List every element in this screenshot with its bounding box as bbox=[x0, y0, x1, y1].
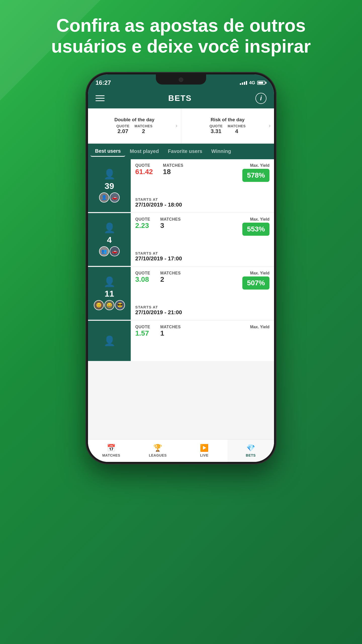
user-row[interactable]: 👤 11 😊 😀 😎 QUOTE bbox=[88, 267, 274, 320]
double-quote-stat: QUOTE 2.07 bbox=[116, 124, 129, 135]
yield-label-1: Max. Yield bbox=[250, 163, 269, 168]
tab-favorite-users[interactable]: Favorite users bbox=[163, 146, 207, 156]
bet-matches-value-2: 3 bbox=[160, 222, 164, 230]
matches-icon: 📅 bbox=[107, 444, 116, 452]
yield-container-3: Max. Yield 507% bbox=[242, 271, 269, 290]
bet-quote-value-3: 3.08 bbox=[135, 275, 149, 284]
menu-button[interactable] bbox=[96, 95, 105, 101]
nav-leagues[interactable]: 🏆 LEAGUES bbox=[134, 439, 181, 462]
bottom-nav: 📅 MATCHES 🏆 LEAGUES ▶️ LIVE 💎 BETS bbox=[88, 439, 274, 462]
nav-live[interactable]: ▶️ LIVE bbox=[181, 439, 228, 462]
avatar-5: 😊 bbox=[94, 300, 104, 310]
yield-label-2: Max. Yield bbox=[250, 217, 269, 222]
tab-most-played[interactable]: Most played bbox=[125, 146, 163, 156]
bet-matches-3: MATCHES 2 bbox=[160, 271, 180, 284]
signal-icon bbox=[240, 81, 247, 85]
app-title: BETS bbox=[168, 94, 192, 103]
bet-quote-1: QUOTE 61.42 bbox=[135, 163, 153, 176]
network-label: 4G bbox=[249, 80, 255, 86]
bets-label: BETS bbox=[246, 453, 256, 457]
bet-quote-4: QUOTE 1.57 bbox=[135, 325, 150, 337]
bet-matches-2: MATCHES 3 bbox=[160, 217, 180, 230]
risk-quote-stat: QUOTE 3.31 bbox=[209, 124, 222, 135]
avatar-4: 🚗 bbox=[110, 246, 120, 256]
status-icons: 4G bbox=[240, 80, 266, 86]
risk-card-stats: QUOTE 3.31 MATCHES 4 bbox=[209, 124, 246, 135]
user-avatars-2: 👥 🚗 bbox=[99, 246, 120, 256]
user-left-1: 👤 39 👤 🚗 bbox=[88, 159, 131, 212]
bet-quote-2: QUOTE 2.23 bbox=[135, 217, 150, 230]
risk-of-day-card[interactable]: Risk of the day QUOTE 3.31 MATCHES 4 › bbox=[181, 108, 274, 143]
phone-mockup: 16:27 4G bbox=[85, 72, 277, 464]
user-left-4: 👤 bbox=[88, 321, 131, 361]
bet-top-row-2: QUOTE 2.23 MATCHES 3 Max. Yield 5 bbox=[135, 217, 269, 236]
bet-quote-3: QUOTE 3.08 bbox=[135, 271, 150, 284]
bet-stats-3: QUOTE 3.08 MATCHES 2 bbox=[135, 271, 181, 284]
user-count-3: 11 bbox=[105, 289, 114, 299]
risk-matches-stat: MATCHES 4 bbox=[228, 124, 246, 135]
bet-matches-1: MATCHES 18 bbox=[163, 163, 183, 176]
info-button[interactable]: i bbox=[255, 93, 266, 104]
tabs-bar: Best users Most played Favorite users Wi… bbox=[88, 144, 274, 159]
yield-label-3: Max. Yield bbox=[250, 271, 269, 275]
bet-matches-4: MATCHES 1 bbox=[160, 325, 180, 337]
starts-section-3: STARTS AT 27/10/2019 - 21:00 bbox=[135, 305, 269, 316]
avatar-1: 👤 bbox=[99, 192, 109, 203]
double-card-title: Double of the day bbox=[114, 117, 154, 123]
risk-arrow-icon: › bbox=[269, 123, 270, 129]
tab-best-users[interactable]: Best users bbox=[90, 146, 125, 157]
nav-bets[interactable]: 💎 BETS bbox=[228, 439, 274, 462]
starts-value-2: 27/10/2019 - 17:00 bbox=[135, 255, 269, 262]
yield-container-2: Max. Yield 553% bbox=[242, 217, 269, 236]
double-quote-label: QUOTE bbox=[116, 124, 129, 128]
user-row[interactable]: 👤 QUOTE 1.57 MATCHES 1 bbox=[88, 321, 274, 361]
starts-label-1: STARTS AT bbox=[135, 197, 269, 202]
bet-stats-1: QUOTE 61.42 MATCHES 18 bbox=[135, 163, 184, 176]
avatar-3: 👥 bbox=[99, 246, 109, 256]
phone-outer: 16:27 4G bbox=[85, 72, 277, 464]
yield-container-4: Max. Yield bbox=[250, 325, 269, 330]
starts-label-3: STARTS AT bbox=[135, 305, 269, 309]
user-right-4: QUOTE 1.57 MATCHES 1 Max. Yield bbox=[131, 321, 274, 361]
user-avatar-icon-1: 👤 bbox=[104, 169, 115, 180]
user-avatars-1: 👤 🚗 bbox=[99, 192, 120, 203]
phone-notch bbox=[156, 74, 206, 85]
starts-value-1: 27/10/2019 - 18:00 bbox=[135, 202, 269, 208]
user-list: 👤 39 👤 🚗 QUOTE 61.42 bbox=[88, 159, 274, 439]
bet-matches-label-2: MATCHES bbox=[160, 217, 180, 222]
double-of-day-card[interactable]: Double of the day QUOTE 2.07 MATCHES 2 › bbox=[88, 108, 181, 143]
double-quote-value: 2.07 bbox=[117, 128, 128, 135]
bet-quote-value-2: 2.23 bbox=[135, 222, 149, 230]
camera-icon bbox=[179, 77, 183, 82]
yield-label-4: Max. Yield bbox=[250, 325, 269, 329]
risk-matches-label: MATCHES bbox=[228, 124, 246, 128]
bet-quote-label-2: QUOTE bbox=[135, 217, 150, 222]
leagues-icon: 🏆 bbox=[153, 444, 162, 452]
matches-label: MATCHES bbox=[102, 453, 120, 457]
leagues-label: LEAGUES bbox=[149, 453, 167, 457]
bet-matches-label-4: MATCHES bbox=[160, 325, 180, 329]
user-row[interactable]: 👤 4 👥 🚗 QUOTE 2.23 bbox=[88, 213, 274, 266]
status-time: 16:27 bbox=[96, 79, 111, 86]
bet-stats-2: QUOTE 2.23 MATCHES 3 bbox=[135, 217, 181, 230]
user-count-2: 4 bbox=[107, 235, 112, 245]
double-matches-label: MATCHES bbox=[134, 124, 153, 128]
tab-winning[interactable]: Winning bbox=[207, 146, 236, 156]
starts-section-2: STARTS AT 27/10/2019 - 17:00 bbox=[135, 251, 269, 262]
bet-matches-value-1: 18 bbox=[163, 168, 171, 176]
bet-top-row-4: QUOTE 1.57 MATCHES 1 Max. Yield bbox=[135, 325, 269, 337]
bet-matches-value-3: 2 bbox=[160, 275, 164, 284]
cards-row: Double of the day QUOTE 2.07 MATCHES 2 › bbox=[88, 108, 274, 144]
avatar-2: 🚗 bbox=[110, 192, 120, 203]
bet-stats-4: QUOTE 1.57 MATCHES 1 bbox=[135, 325, 181, 337]
nav-matches[interactable]: 📅 MATCHES bbox=[88, 439, 134, 462]
risk-matches-value: 4 bbox=[235, 128, 238, 135]
live-label: LIVE bbox=[200, 453, 208, 457]
bet-matches-label-1: MATCHES bbox=[163, 163, 183, 168]
starts-label-2: STARTS AT bbox=[135, 251, 269, 255]
user-right-3: QUOTE 3.08 MATCHES 2 Max. Yield 5 bbox=[131, 267, 274, 320]
user-left-3: 👤 11 😊 😀 😎 bbox=[88, 267, 131, 320]
app-header: BETS i bbox=[88, 88, 274, 108]
bet-quote-value-1: 61.42 bbox=[135, 168, 153, 176]
user-row[interactable]: 👤 39 👤 🚗 QUOTE 61.42 bbox=[88, 159, 274, 212]
